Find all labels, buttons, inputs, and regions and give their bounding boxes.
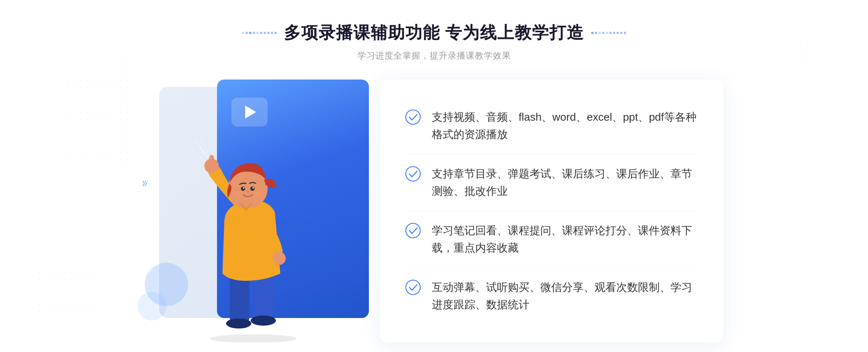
svg-rect-1 — [230, 274, 250, 324]
feature-text-3: 学习笔记回看、课程提问、课程评论打分、课件资料下载，重点内容收藏 — [432, 222, 698, 257]
content-area: » — [145, 80, 723, 342]
title-row: 多项录播课辅助功能 专为线上教学打造 — [242, 22, 626, 44]
features-panel: 支持视频、音频、flash、word、excel、ppt、pdf等各种格式的资源… — [380, 80, 723, 342]
feature-item-3: 学习笔记回看、课程提问、课程评论打分、课件资料下载，重点内容收藏 — [405, 211, 698, 268]
feature-text-1: 支持视频、音频、flash、word、excel、ppt、pdf等各种格式的资源… — [432, 108, 698, 143]
feature-text-2: 支持章节目录、弹题考试、课后练习、课后作业、章节测验、批改作业 — [432, 165, 698, 200]
main-title: 多项录播课辅助功能 专为线上教学打造 — [284, 22, 584, 44]
svg-point-20 — [406, 167, 420, 181]
illustration-area: » — [145, 80, 369, 342]
deco-circle-2 — [137, 292, 166, 321]
svg-point-11 — [250, 186, 255, 191]
feature-item-4: 互动弹幕、试听购买、微信分享、观看次数限制、学习进度跟踪、数据统计 — [405, 268, 698, 324]
svg-line-17 — [190, 147, 205, 162]
play-bubble — [231, 98, 268, 126]
feature-item-2: 支持章节目录、弹题考试、课后练习、课后作业、章节测验、批改作业 — [405, 154, 698, 211]
svg-point-10 — [241, 186, 245, 191]
check-icon-2 — [405, 166, 421, 182]
figure-container — [174, 133, 326, 342]
check-icon-4 — [405, 279, 421, 295]
svg-point-15 — [254, 190, 261, 198]
figure-svg — [174, 133, 326, 342]
svg-point-19 — [406, 110, 420, 124]
svg-point-4 — [251, 315, 276, 326]
svg-point-22 — [406, 280, 420, 295]
feature-text-4: 互动弹幕、试听购买、微信分享、观看次数限制、学习进度跟踪、数据统计 — [432, 279, 698, 313]
title-decoration-left — [242, 32, 277, 34]
svg-point-0 — [210, 334, 297, 342]
check-icon-1 — [405, 109, 421, 125]
dot-pattern-decoration — [36, 263, 94, 342]
svg-point-12 — [243, 187, 244, 189]
check-icon-3 — [405, 223, 421, 239]
svg-point-7 — [273, 252, 286, 265]
title-decoration-right — [591, 32, 626, 34]
feature-item-1: 支持视频、音频、flash、word、excel、ppt、pdf等各种格式的资源… — [405, 98, 698, 154]
page-header: 多项录播课辅助功能 专为线上教学打造 学习进度全掌握，提升录播课教学效果 — [242, 22, 626, 61]
svg-point-14 — [234, 190, 242, 198]
chevron-decoration: » — [142, 175, 147, 190]
sub-title: 学习进度全掌握，提升录播课教学效果 — [242, 50, 626, 61]
svg-point-3 — [226, 318, 251, 329]
svg-rect-2 — [253, 274, 273, 321]
svg-point-13 — [252, 187, 254, 189]
page-container: 多项录播课辅助功能 专为线上教学打造 学习进度全掌握，提升录播课教学效果 » — [0, 0, 868, 352]
svg-point-21 — [406, 223, 420, 238]
